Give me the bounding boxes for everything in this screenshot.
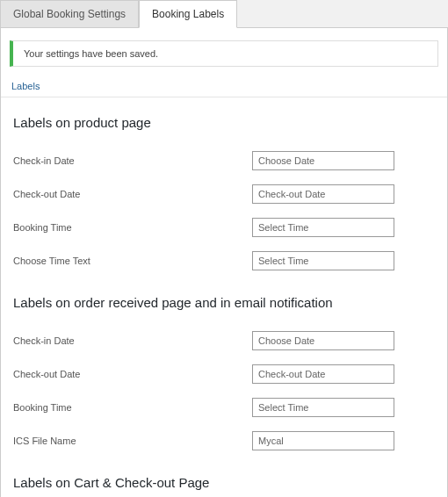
field-label: Check-out Date [13, 357, 252, 391]
check-in-date-input[interactable] [252, 151, 394, 170]
field-label: Booking Time [13, 211, 252, 244]
booking-time-input[interactable] [252, 218, 394, 237]
section-title-order: Labels on order received page and in ema… [13, 295, 435, 310]
order-check-in-date-input[interactable] [252, 331, 394, 350]
choose-time-text-input[interactable] [252, 251, 394, 270]
content-panel: Your settings have been saved. Labels La… [0, 28, 448, 497]
order-booking-time-input[interactable] [252, 398, 394, 417]
table-row: Check-out Date [13, 177, 435, 211]
table-row: Choose Time Text [13, 244, 435, 277]
form-table-order: Check-in Date Check-out Date Booking Tim… [13, 324, 435, 457]
table-row: Check-in Date [13, 144, 435, 177]
field-label: Choose Time Text [13, 244, 252, 277]
form-table-product: Check-in Date Check-out Date Booking Tim… [13, 144, 435, 277]
section-title-cart: Labels on Cart & Check-out Page [13, 475, 435, 490]
field-label: Check-in Date [13, 144, 252, 177]
table-row: Check-in Date [13, 324, 435, 357]
panel-title: Labels [1, 76, 447, 97]
order-check-out-date-input[interactable] [252, 364, 394, 384]
tabs-bar: Global Booking Settings Booking Labels [0, 0, 448, 28]
field-label: Check-in Date [13, 324, 252, 357]
tab-global-booking-settings[interactable]: Global Booking Settings [0, 0, 139, 27]
field-label: ICS File Name [13, 424, 252, 457]
table-row: Booking Time [13, 391, 435, 424]
section-title-product: Labels on product page [13, 115, 435, 130]
table-row: Booking Time [13, 211, 435, 244]
table-row: ICS File Name [13, 424, 435, 457]
field-label: Check-out Date [13, 177, 252, 211]
check-out-date-input[interactable] [252, 184, 394, 204]
form-body: Labels on product page Check-in Date Che… [1, 115, 447, 497]
field-label: Booking Time [13, 391, 252, 424]
tab-booking-labels[interactable]: Booking Labels [139, 0, 237, 28]
table-row: Check-out Date [13, 357, 435, 391]
success-notice: Your settings have been saved. [10, 40, 438, 67]
ics-file-name-input[interactable] [252, 431, 394, 450]
